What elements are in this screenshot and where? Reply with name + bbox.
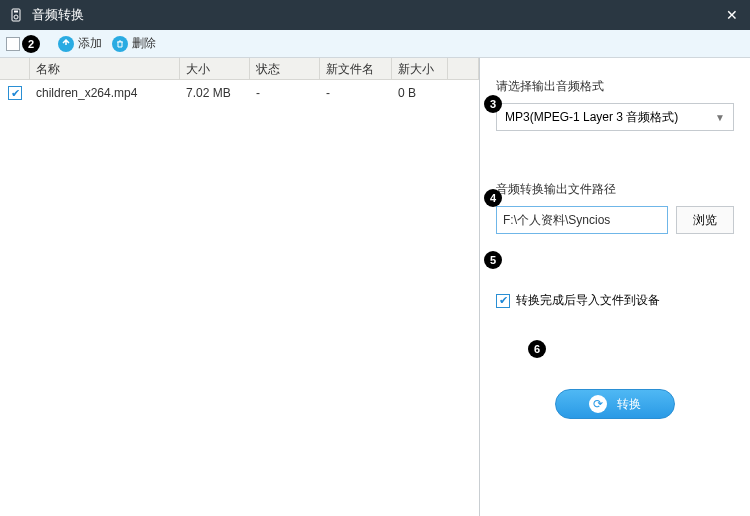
delete-icon	[112, 36, 128, 52]
cell-size: 7.02 MB	[180, 82, 250, 104]
add-button[interactable]: 添加	[58, 35, 102, 52]
svg-rect-2	[14, 11, 18, 13]
convert-label: 转换	[617, 396, 641, 413]
svg-point-1	[14, 15, 18, 19]
annotation-badge-5: 5	[484, 251, 502, 269]
add-icon	[58, 36, 74, 52]
annotation-badge-2: 2	[22, 35, 40, 53]
cell-newsize: 0 B	[392, 82, 448, 104]
table-row[interactable]: children_x264.mp4 7.02 MB - - 0 B	[0, 80, 479, 106]
header-newname[interactable]: 新文件名	[320, 58, 392, 79]
delete-label: 删除	[132, 35, 156, 52]
header-status[interactable]: 状态	[250, 58, 320, 79]
header-newsize[interactable]: 新大小	[392, 58, 448, 79]
annotation-badge-4: 4	[484, 189, 502, 207]
chevron-down-icon: ▼	[715, 112, 725, 123]
toolbar: 添加 删除	[0, 30, 750, 58]
path-input[interactable]: F:\个人资料\Syncios	[496, 206, 668, 234]
refresh-icon: ⟳	[589, 395, 607, 413]
cell-name: children_x264.mp4	[30, 82, 180, 104]
select-all-checkbox[interactable]	[6, 37, 20, 51]
import-checkbox[interactable]	[496, 294, 510, 308]
titlebar: 音频转换 ✕	[0, 0, 750, 30]
window-title: 音频转换	[32, 6, 722, 24]
delete-button[interactable]: 删除	[112, 35, 156, 52]
format-value: MP3(MPEG-1 Layer 3 音频格式)	[505, 109, 678, 126]
annotation-badge-3: 3	[484, 95, 502, 113]
file-list-panel: 名称 大小 状态 新文件名 新大小 children_x264.mp4 7.02…	[0, 58, 480, 516]
browse-button[interactable]: 浏览	[676, 206, 734, 234]
format-select[interactable]: MP3(MPEG-1 Layer 3 音频格式) ▼	[496, 103, 734, 131]
convert-button[interactable]: ⟳ 转换	[555, 389, 675, 419]
row-checkbox[interactable]	[8, 86, 22, 100]
header-size[interactable]: 大小	[180, 58, 250, 79]
cell-status: -	[250, 82, 320, 104]
app-icon	[8, 7, 24, 23]
close-button[interactable]: ✕	[722, 7, 742, 23]
format-label: 请选择输出音频格式	[496, 78, 734, 95]
import-label: 转换完成后导入文件到设备	[516, 292, 660, 309]
settings-panel: 请选择输出音频格式 MP3(MPEG-1 Layer 3 音频格式) ▼ 音频转…	[480, 58, 750, 516]
add-label: 添加	[78, 35, 102, 52]
table-header: 名称 大小 状态 新文件名 新大小	[0, 58, 479, 80]
cell-newname: -	[320, 82, 392, 104]
header-name[interactable]: 名称	[30, 58, 180, 79]
annotation-badge-6: 6	[528, 340, 546, 358]
path-label: 音频转换输出文件路径	[496, 181, 734, 198]
